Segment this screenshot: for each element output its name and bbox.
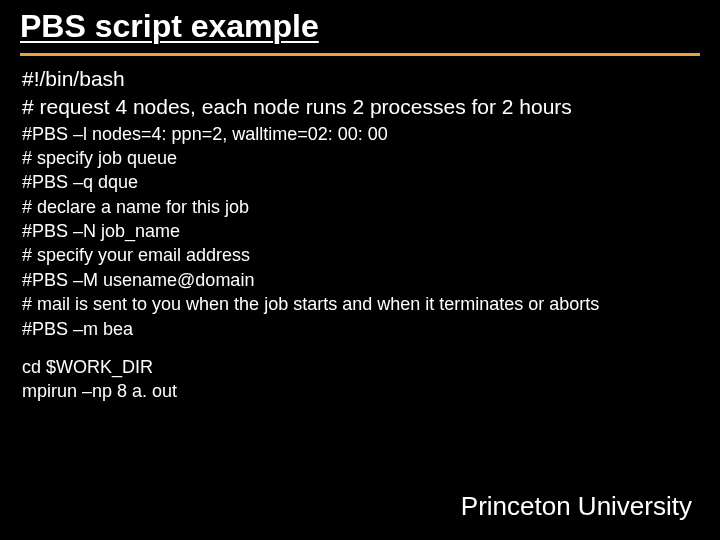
code-line: # specify your email address [22,244,698,267]
slide-title: PBS script example [0,0,720,51]
code-line: #PBS –q dque [22,171,698,194]
code-line: # declare a name for this job [22,196,698,219]
slide-body: #!/bin/bash # request 4 nodes, each node… [0,56,720,404]
code-line: #PBS –M usename@domain [22,269,698,292]
code-line: #PBS –m bea [22,318,698,341]
blank-line [22,342,698,356]
code-line: # request 4 nodes, each node runs 2 proc… [22,94,698,120]
code-line: mpirun –np 8 a. out [22,380,698,403]
code-line: #PBS –l nodes=4: ppn=2, walltime=02: 00:… [22,123,698,146]
footer-affiliation: Princeton University [461,491,692,522]
code-line: cd $WORK_DIR [22,356,698,379]
code-line: #!/bin/bash [22,66,698,92]
slide: PBS script example #!/bin/bash # request… [0,0,720,540]
code-line: # specify job queue [22,147,698,170]
code-line: # mail is sent to you when the job start… [22,293,698,316]
code-line: #PBS –N job_name [22,220,698,243]
